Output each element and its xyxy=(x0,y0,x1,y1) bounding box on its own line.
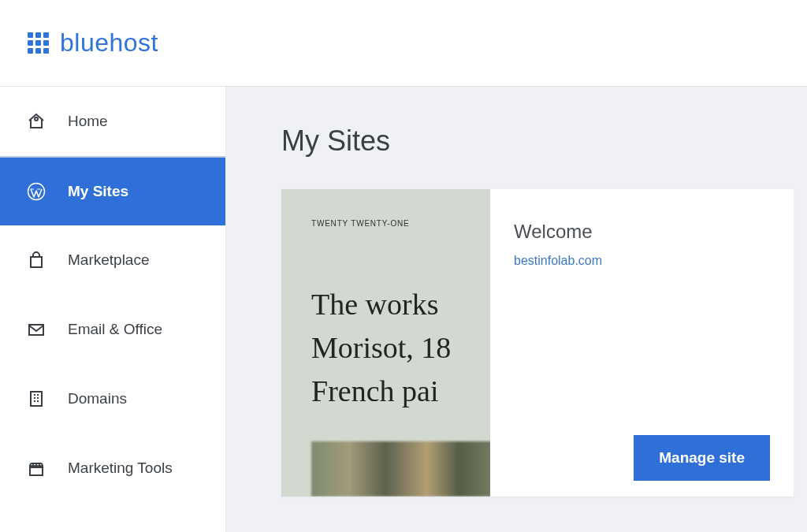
sidebar-item-home[interactable]: Home xyxy=(0,87,225,156)
sidebar-item-label: Marketplace xyxy=(68,251,150,269)
site-domain-link[interactable]: bestinfolab.com xyxy=(514,254,770,268)
brand-logo[interactable]: bluehost xyxy=(28,28,158,58)
site-card: TWENTY TWENTY-ONE The works Morisot, 18 … xyxy=(281,189,794,497)
main-content: My Sites TWENTY TWENTY-ONE The works Mor… xyxy=(226,87,807,532)
site-thumbnail[interactable]: TWENTY TWENTY-ONE The works Morisot, 18 … xyxy=(281,189,490,497)
grid-icon xyxy=(28,32,49,54)
home-icon xyxy=(27,112,46,131)
svg-point-0 xyxy=(35,117,38,121)
envelope-icon xyxy=(27,320,46,339)
shopping-bag-icon xyxy=(27,251,46,270)
thumb-theme-label: TWENTY TWENTY-ONE xyxy=(311,219,490,228)
sidebar-item-marketplace[interactable]: Marketplace xyxy=(0,225,225,295)
sidebar-item-domains[interactable]: Domains xyxy=(0,364,225,433)
sidebar-item-label: Home xyxy=(68,113,108,130)
sidebar-item-my-sites[interactable]: My Sites xyxy=(0,156,225,225)
sidebar-item-label: My Sites xyxy=(68,183,128,200)
app-header: bluehost xyxy=(0,0,807,87)
svg-rect-4 xyxy=(30,467,43,475)
thumb-image-strip xyxy=(311,441,490,497)
brand-name: bluehost xyxy=(60,28,158,58)
sidebar-item-label: Email & Office xyxy=(68,321,162,338)
page-title: My Sites xyxy=(281,125,807,158)
wordpress-icon xyxy=(27,182,46,201)
thumb-site-title: The works Morisot, 18 French pai xyxy=(311,283,490,413)
sidebar-item-email-office[interactable]: Email & Office xyxy=(0,295,225,364)
manage-site-button[interactable]: Manage site xyxy=(634,435,770,481)
sidebar-item-label: Domains xyxy=(68,390,127,407)
site-meta: Welcome bestinfolab.com Manage site xyxy=(490,189,794,497)
sidebar-nav: Home My Sites Marketplace xyxy=(0,87,226,532)
building-icon xyxy=(27,389,46,408)
svg-rect-3 xyxy=(31,392,42,406)
storefront-icon xyxy=(27,459,46,478)
site-title: Welcome xyxy=(514,221,770,243)
sidebar-item-marketing-tools[interactable]: Marketing Tools xyxy=(0,433,225,503)
sidebar-item-label: Marketing Tools xyxy=(68,459,173,477)
